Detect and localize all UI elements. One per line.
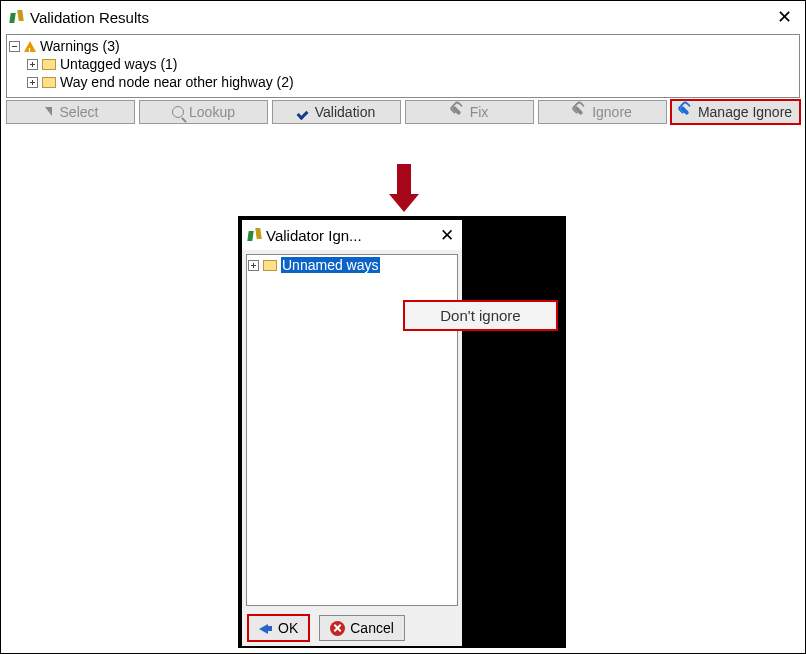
arrow-down-icon (389, 164, 419, 212)
ignore-tree[interactable]: Unnamed ways Don't ignore (246, 254, 458, 606)
validation-button[interactable]: Validation (272, 100, 401, 124)
lookup-label: Lookup (189, 104, 235, 120)
dialog-titlebar: Validator Ign... ✕ (242, 220, 462, 250)
wrench-icon (570, 102, 590, 122)
collapse-icon[interactable] (9, 41, 20, 52)
dialog-buttons: OK Cancel (242, 610, 462, 646)
cancel-label: Cancel (350, 620, 394, 636)
ok-label: OK (278, 620, 298, 636)
cancel-x-icon (330, 621, 345, 636)
expand-icon[interactable] (27, 59, 38, 70)
ignore-label: Ignore (592, 104, 632, 120)
tree-item-label: Unnamed ways (281, 257, 380, 273)
check-icon (298, 106, 310, 118)
panel-titlebar: Validation Results ✕ (2, 2, 804, 32)
context-menu-item-dont-ignore[interactable]: Don't ignore (404, 301, 557, 330)
expand-icon[interactable] (248, 260, 259, 271)
tree-root-label: Warnings (3) (40, 37, 120, 55)
tree-item[interactable]: Way end node near other highway (2) (9, 73, 797, 91)
cancel-button[interactable]: Cancel (319, 615, 405, 641)
select-button[interactable]: Select (6, 100, 135, 124)
fix-button[interactable]: Fix (405, 100, 534, 124)
close-icon[interactable]: ✕ (436, 225, 458, 246)
fix-label: Fix (470, 104, 489, 120)
modal-backdrop: Validator Ign... ✕ Unnamed ways Don't ig… (238, 216, 566, 648)
warning-icon (24, 41, 36, 52)
validation-label: Validation (315, 104, 375, 120)
manage-ignore-label: Manage Ignore (698, 104, 792, 120)
app-icon (8, 9, 24, 25)
warnings-tree[interactable]: Warnings (3) Untagged ways (1) Way end n… (6, 34, 800, 98)
expand-icon[interactable] (27, 77, 38, 88)
ok-arrow-icon (259, 621, 273, 635)
tree-item[interactable]: Unnamed ways (248, 256, 456, 274)
context-menu: Don't ignore (403, 300, 558, 331)
tree-item-label: Way end node near other highway (2) (60, 73, 294, 91)
magnifier-icon (172, 106, 184, 118)
folder-icon (263, 260, 277, 271)
dialog-title: Validator Ign... (266, 227, 362, 244)
cursor-icon (43, 106, 55, 118)
ok-button[interactable]: OK (248, 615, 309, 641)
toolbar: Select Lookup Validation Fix Ignore Mana… (6, 100, 800, 124)
wrench-icon (676, 102, 696, 122)
tree-item[interactable]: Untagged ways (1) (9, 55, 797, 73)
tree-item-label: Untagged ways (1) (60, 55, 178, 73)
wrench-icon (448, 102, 468, 122)
panel-title: Validation Results (30, 9, 149, 26)
validation-results-panel: Validation Results ✕ Warnings (3) Untagg… (2, 2, 804, 124)
folder-icon (42, 59, 56, 70)
ignore-button[interactable]: Ignore (538, 100, 667, 124)
lookup-button[interactable]: Lookup (139, 100, 268, 124)
close-icon[interactable]: ✕ (771, 6, 798, 28)
manage-ignore-button[interactable]: Manage Ignore (671, 100, 800, 124)
validator-ignore-dialog: Validator Ign... ✕ Unnamed ways Don't ig… (242, 220, 462, 646)
tree-root[interactable]: Warnings (3) (9, 37, 797, 55)
folder-icon (42, 77, 56, 88)
app-icon (246, 227, 262, 243)
select-label: Select (60, 104, 99, 120)
